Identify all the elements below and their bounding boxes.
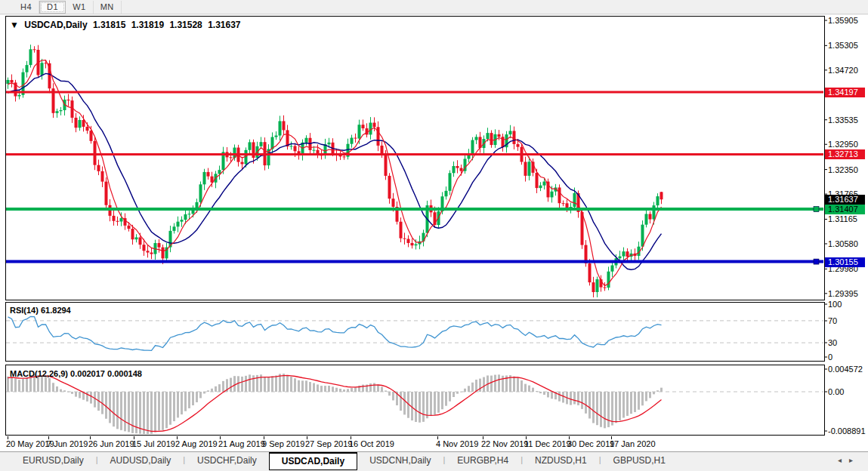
- chart-title: ▼ USDCAD,Daily 1.31815 1.31819 1.31528 1…: [10, 20, 241, 30]
- tab-nzdusd[interactable]: NZDUSD,H1: [523, 453, 599, 469]
- rsi-name: RSI(14): [10, 306, 39, 315]
- rsi-axis-tick: 30: [828, 338, 837, 347]
- date-label: 7 Jun 2019: [47, 439, 88, 448]
- tab-usdchf[interactable]: USDCHF,Daily: [185, 453, 269, 469]
- tab-usdcad[interactable]: USDCAD,Daily: [269, 452, 357, 470]
- date-axis: 20 May 20197 Jun 201926 Jun 201915 Jul 2…: [0, 436, 868, 451]
- timeframe-button-d1[interactable]: D1: [39, 1, 66, 14]
- chart-tabbar: EURUSD,Daily|AUDUSD,Daily|USDCHF,DailyUS…: [0, 451, 868, 471]
- date-label: 17 Jan 2020: [610, 439, 656, 448]
- hline-price-tag: 1.32713: [825, 149, 865, 159]
- tab-eurgbp[interactable]: EURGBP,H4: [445, 453, 520, 469]
- date-label: 2 Aug 2019: [175, 439, 218, 448]
- price-axis-tick: 1.35305: [828, 41, 858, 50]
- tab-audusd[interactable]: AUDUSD,Daily: [98, 453, 184, 469]
- terminal-window: H4D1W1MN ▼ USDCAD,Daily 1.31815 1.31819 …: [0, 0, 868, 471]
- date-label: 11 Dec 2019: [524, 439, 571, 448]
- chart-symbol: USDCAD,Daily: [24, 20, 87, 30]
- timeframe-button-mn[interactable]: MN: [94, 1, 122, 14]
- timeframe-button-h4[interactable]: H4: [14, 1, 39, 14]
- tab-usdcnh[interactable]: USDCNH,Daily: [357, 453, 443, 469]
- tab-scroll-left-icon[interactable]: ◂: [838, 456, 849, 464]
- price-axis-tick: 1.33535: [828, 115, 858, 125]
- price-axis-tick: 1.34720: [828, 66, 858, 75]
- tab-scroll-arrows: ◂▸: [838, 456, 860, 464]
- date-label: 21 Aug 2019: [218, 439, 265, 448]
- current-price-tag: 1.31637: [825, 195, 865, 205]
- timeframe-button-w1[interactable]: W1: [66, 1, 94, 14]
- price-axis-tick: 1.32350: [828, 165, 858, 174]
- rsi-axis-tick: 0: [828, 352, 832, 362]
- rsi-axis-tick: 70: [828, 316, 837, 325]
- macd-name: MACD(12,26,9): [10, 369, 68, 378]
- price-axis-tick: 1.31165: [828, 214, 857, 223]
- date-label: 4 Nov 2019: [436, 439, 478, 448]
- date-label: 15 Jul 2019: [132, 439, 175, 448]
- quote-low: 1.31528: [169, 20, 202, 30]
- macd-axis-tick: 0.004572: [828, 365, 863, 374]
- price-axis-tick: 1.32950: [828, 140, 858, 149]
- price-axis-tick: 1.30580: [828, 239, 858, 248]
- tab-gbpusd[interactable]: GBPUSD,H1: [601, 453, 678, 469]
- macd-label: MACD(12,26,9) 0.002017 0.000148: [10, 369, 142, 378]
- quote-open: 1.31815: [93, 20, 125, 30]
- macd-axis-tick: 0.00: [828, 387, 844, 396]
- quote-close: 1.31637: [208, 20, 240, 30]
- hline-price-tag: 1.30155: [825, 257, 865, 267]
- date-label: 9 Sep 2019: [262, 439, 304, 448]
- rsi-label: RSI(14) 61.8294: [10, 306, 71, 315]
- hline-price-tag: 1.34197: [825, 88, 865, 97]
- rsi-value: 61.8294: [41, 306, 71, 315]
- timeframe-toolbar: H4D1W1MN: [0, 0, 868, 14]
- date-label: 26 Jun 2019: [88, 439, 134, 448]
- macd-signal-value: 0.000148: [107, 369, 142, 378]
- macd-axis-tick: -0.008891: [828, 426, 866, 436]
- price-axis-tick: 1.29395: [828, 289, 858, 298]
- collapse-indicators-icon[interactable]: ▼: [10, 20, 19, 30]
- chart-content: ▼ USDCAD,Daily 1.31815 1.31819 1.31528 1…: [0, 15, 868, 451]
- date-label: 30 Dec 2019: [567, 439, 614, 448]
- price-panel[interactable]: [5, 16, 825, 300]
- tab-scroll-right-icon[interactable]: ▸: [849, 456, 860, 464]
- rsi-axis-tick: 100: [828, 300, 842, 309]
- date-label: 22 Nov 2019: [481, 439, 528, 448]
- date-label: 27 Sep 2019: [305, 439, 352, 448]
- tab-eurusd[interactable]: EURUSD,Daily: [11, 453, 96, 469]
- rsi-panel[interactable]: [5, 302, 825, 362]
- date-label: 16 Oct 2019: [349, 439, 394, 448]
- quote-high: 1.31819: [131, 20, 164, 30]
- price-axis-tick: 1.35905: [828, 16, 858, 25]
- hline-price-tag: 1.31407: [825, 205, 865, 214]
- macd-main-value: 0.002017: [70, 369, 105, 378]
